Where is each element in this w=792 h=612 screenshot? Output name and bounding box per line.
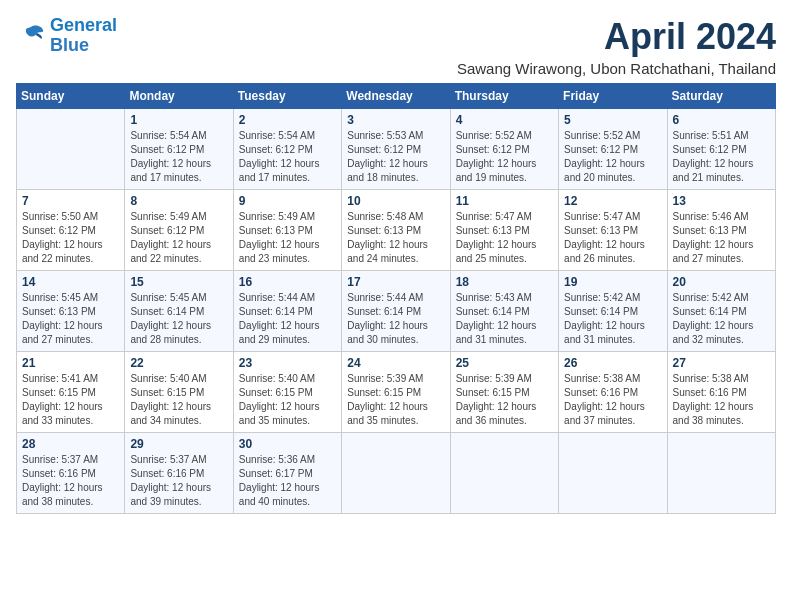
calendar-cell: 4Sunrise: 5:52 AM Sunset: 6:12 PM Daylig… — [450, 109, 558, 190]
day-info: Sunrise: 5:39 AM Sunset: 6:15 PM Dayligh… — [347, 372, 444, 428]
day-number: 5 — [564, 113, 661, 127]
calendar-cell: 13Sunrise: 5:46 AM Sunset: 6:13 PM Dayli… — [667, 190, 775, 271]
day-info: Sunrise: 5:39 AM Sunset: 6:15 PM Dayligh… — [456, 372, 553, 428]
calendar-cell: 24Sunrise: 5:39 AM Sunset: 6:15 PM Dayli… — [342, 352, 450, 433]
day-info: Sunrise: 5:47 AM Sunset: 6:13 PM Dayligh… — [456, 210, 553, 266]
day-number: 11 — [456, 194, 553, 208]
calendar-cell: 3Sunrise: 5:53 AM Sunset: 6:12 PM Daylig… — [342, 109, 450, 190]
day-info: Sunrise: 5:44 AM Sunset: 6:14 PM Dayligh… — [347, 291, 444, 347]
month-title: April 2024 — [457, 16, 776, 58]
day-info: Sunrise: 5:51 AM Sunset: 6:12 PM Dayligh… — [673, 129, 770, 185]
day-info: Sunrise: 5:40 AM Sunset: 6:15 PM Dayligh… — [239, 372, 336, 428]
calendar-cell: 20Sunrise: 5:42 AM Sunset: 6:14 PM Dayli… — [667, 271, 775, 352]
weekday-header-saturday: Saturday — [667, 84, 775, 109]
calendar-cell: 17Sunrise: 5:44 AM Sunset: 6:14 PM Dayli… — [342, 271, 450, 352]
page-header: General Blue April 2024 Sawang Wirawong,… — [16, 16, 776, 77]
calendar-cell: 19Sunrise: 5:42 AM Sunset: 6:14 PM Dayli… — [559, 271, 667, 352]
weekday-header-wednesday: Wednesday — [342, 84, 450, 109]
day-number: 17 — [347, 275, 444, 289]
day-number: 22 — [130, 356, 227, 370]
day-number: 30 — [239, 437, 336, 451]
week-row-5: 28Sunrise: 5:37 AM Sunset: 6:16 PM Dayli… — [17, 433, 776, 514]
day-info: Sunrise: 5:48 AM Sunset: 6:13 PM Dayligh… — [347, 210, 444, 266]
day-number: 25 — [456, 356, 553, 370]
day-number: 7 — [22, 194, 119, 208]
day-number: 19 — [564, 275, 661, 289]
day-number: 15 — [130, 275, 227, 289]
calendar-cell: 10Sunrise: 5:48 AM Sunset: 6:13 PM Dayli… — [342, 190, 450, 271]
day-number: 23 — [239, 356, 336, 370]
calendar-cell — [450, 433, 558, 514]
day-info: Sunrise: 5:52 AM Sunset: 6:12 PM Dayligh… — [564, 129, 661, 185]
calendar-table: SundayMondayTuesdayWednesdayThursdayFrid… — [16, 83, 776, 514]
day-info: Sunrise: 5:49 AM Sunset: 6:13 PM Dayligh… — [239, 210, 336, 266]
day-info: Sunrise: 5:46 AM Sunset: 6:13 PM Dayligh… — [673, 210, 770, 266]
day-info: Sunrise: 5:53 AM Sunset: 6:12 PM Dayligh… — [347, 129, 444, 185]
calendar-cell — [559, 433, 667, 514]
calendar-cell: 6Sunrise: 5:51 AM Sunset: 6:12 PM Daylig… — [667, 109, 775, 190]
calendar-cell — [17, 109, 125, 190]
logo-line1: General — [50, 15, 117, 35]
day-info: Sunrise: 5:38 AM Sunset: 6:16 PM Dayligh… — [564, 372, 661, 428]
day-number: 10 — [347, 194, 444, 208]
day-info: Sunrise: 5:54 AM Sunset: 6:12 PM Dayligh… — [130, 129, 227, 185]
day-info: Sunrise: 5:42 AM Sunset: 6:14 PM Dayligh… — [564, 291, 661, 347]
day-number: 9 — [239, 194, 336, 208]
calendar-cell: 28Sunrise: 5:37 AM Sunset: 6:16 PM Dayli… — [17, 433, 125, 514]
title-block: April 2024 Sawang Wirawong, Ubon Ratchat… — [457, 16, 776, 77]
calendar-cell: 8Sunrise: 5:49 AM Sunset: 6:12 PM Daylig… — [125, 190, 233, 271]
calendar-cell — [667, 433, 775, 514]
day-number: 12 — [564, 194, 661, 208]
weekday-header-friday: Friday — [559, 84, 667, 109]
day-info: Sunrise: 5:37 AM Sunset: 6:16 PM Dayligh… — [130, 453, 227, 509]
day-number: 13 — [673, 194, 770, 208]
day-number: 6 — [673, 113, 770, 127]
day-number: 20 — [673, 275, 770, 289]
day-number: 16 — [239, 275, 336, 289]
day-number: 8 — [130, 194, 227, 208]
day-number: 14 — [22, 275, 119, 289]
weekday-header-tuesday: Tuesday — [233, 84, 341, 109]
day-number: 29 — [130, 437, 227, 451]
day-info: Sunrise: 5:42 AM Sunset: 6:14 PM Dayligh… — [673, 291, 770, 347]
calendar-cell: 29Sunrise: 5:37 AM Sunset: 6:16 PM Dayli… — [125, 433, 233, 514]
weekday-header-thursday: Thursday — [450, 84, 558, 109]
day-info: Sunrise: 5:45 AM Sunset: 6:14 PM Dayligh… — [130, 291, 227, 347]
calendar-cell: 27Sunrise: 5:38 AM Sunset: 6:16 PM Dayli… — [667, 352, 775, 433]
logo: General Blue — [16, 16, 117, 56]
week-row-1: 1Sunrise: 5:54 AM Sunset: 6:12 PM Daylig… — [17, 109, 776, 190]
day-info: Sunrise: 5:50 AM Sunset: 6:12 PM Dayligh… — [22, 210, 119, 266]
weekday-header-monday: Monday — [125, 84, 233, 109]
day-info: Sunrise: 5:41 AM Sunset: 6:15 PM Dayligh… — [22, 372, 119, 428]
day-number: 3 — [347, 113, 444, 127]
calendar-cell: 16Sunrise: 5:44 AM Sunset: 6:14 PM Dayli… — [233, 271, 341, 352]
logo-text: General Blue — [50, 16, 117, 56]
day-info: Sunrise: 5:38 AM Sunset: 6:16 PM Dayligh… — [673, 372, 770, 428]
calendar-cell: 14Sunrise: 5:45 AM Sunset: 6:13 PM Dayli… — [17, 271, 125, 352]
day-info: Sunrise: 5:54 AM Sunset: 6:12 PM Dayligh… — [239, 129, 336, 185]
day-info: Sunrise: 5:44 AM Sunset: 6:14 PM Dayligh… — [239, 291, 336, 347]
calendar-cell: 18Sunrise: 5:43 AM Sunset: 6:14 PM Dayli… — [450, 271, 558, 352]
day-number: 4 — [456, 113, 553, 127]
week-row-2: 7Sunrise: 5:50 AM Sunset: 6:12 PM Daylig… — [17, 190, 776, 271]
day-info: Sunrise: 5:45 AM Sunset: 6:13 PM Dayligh… — [22, 291, 119, 347]
day-number: 27 — [673, 356, 770, 370]
calendar-cell: 25Sunrise: 5:39 AM Sunset: 6:15 PM Dayli… — [450, 352, 558, 433]
location-title: Sawang Wirawong, Ubon Ratchathani, Thail… — [457, 60, 776, 77]
calendar-cell: 12Sunrise: 5:47 AM Sunset: 6:13 PM Dayli… — [559, 190, 667, 271]
day-number: 21 — [22, 356, 119, 370]
logo-line2: Blue — [50, 35, 89, 55]
logo-icon — [16, 21, 46, 51]
day-info: Sunrise: 5:40 AM Sunset: 6:15 PM Dayligh… — [130, 372, 227, 428]
calendar-cell: 9Sunrise: 5:49 AM Sunset: 6:13 PM Daylig… — [233, 190, 341, 271]
day-number: 1 — [130, 113, 227, 127]
calendar-cell: 22Sunrise: 5:40 AM Sunset: 6:15 PM Dayli… — [125, 352, 233, 433]
day-number: 26 — [564, 356, 661, 370]
day-number: 18 — [456, 275, 553, 289]
calendar-cell: 1Sunrise: 5:54 AM Sunset: 6:12 PM Daylig… — [125, 109, 233, 190]
calendar-cell: 7Sunrise: 5:50 AM Sunset: 6:12 PM Daylig… — [17, 190, 125, 271]
day-info: Sunrise: 5:37 AM Sunset: 6:16 PM Dayligh… — [22, 453, 119, 509]
day-info: Sunrise: 5:52 AM Sunset: 6:12 PM Dayligh… — [456, 129, 553, 185]
day-info: Sunrise: 5:36 AM Sunset: 6:17 PM Dayligh… — [239, 453, 336, 509]
day-info: Sunrise: 5:49 AM Sunset: 6:12 PM Dayligh… — [130, 210, 227, 266]
